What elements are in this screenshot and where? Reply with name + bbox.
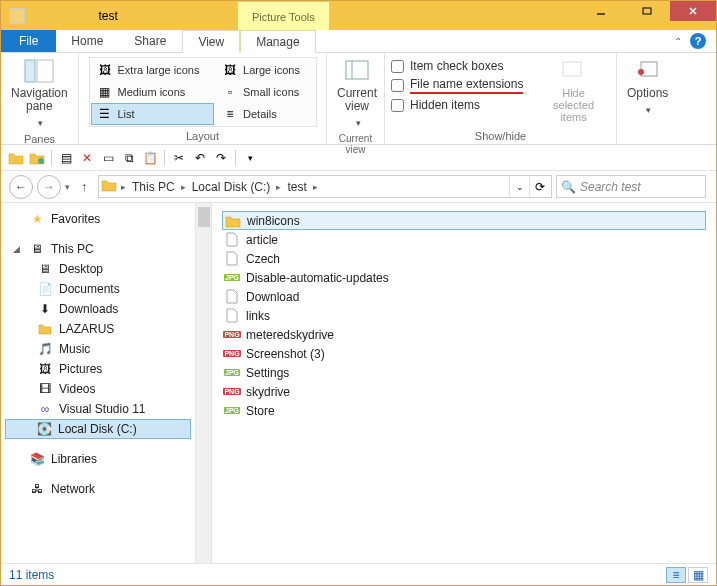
refresh-icon[interactable]: ⟳ <box>529 176 549 197</box>
qat-copy-icon[interactable]: ⧉ <box>120 149 138 167</box>
file-item[interactable]: PNGScreenshot (3) <box>222 344 706 363</box>
checkbox-item-checkboxes[interactable]: Item check boxes <box>391 59 537 73</box>
layout-list[interactable]: ☰List <box>91 103 215 125</box>
navigation-pane-icon <box>23 57 55 85</box>
qat-cut-icon[interactable]: ✂ <box>170 149 188 167</box>
context-tab-picture-tools[interactable]: Picture Tools <box>237 1 330 30</box>
file-name: links <box>246 309 270 323</box>
qat-properties-icon[interactable]: ▤ <box>57 149 75 167</box>
collapse-ribbon-icon[interactable]: ⌃ <box>674 36 682 47</box>
help-icon[interactable]: ? <box>690 33 706 49</box>
nav-lazarus[interactable]: LAZARUS <box>1 319 195 339</box>
file-type-icon <box>225 213 241 229</box>
ribbon: Navigation pane Panes 🖼Extra large icons… <box>1 53 716 145</box>
address-dropdown-icon[interactable]: ⌄ <box>509 176 529 197</box>
crumb-this-pc[interactable]: This PC <box>130 180 177 194</box>
file-type-icon: JPG <box>224 365 240 381</box>
file-type-icon: JPG <box>224 403 240 419</box>
crumb-test[interactable]: test <box>285 180 308 194</box>
back-button[interactable]: ← <box>9 175 33 199</box>
status-bar: 11 items ≡ ▦ <box>1 563 716 585</box>
crumb-local-disk-c[interactable]: Local Disk (C:) <box>190 180 273 194</box>
file-item[interactable]: links <box>222 306 706 325</box>
app-icon[interactable] <box>9 8 25 24</box>
nav-documents[interactable]: 📄Documents <box>1 279 195 299</box>
view-details-icon[interactable]: ≡ <box>666 567 686 583</box>
file-item[interactable]: JPGSettings <box>222 363 706 382</box>
file-list[interactable]: win8iconsarticleCzechJPGDisable-automati… <box>212 203 716 563</box>
nav-videos[interactable]: 🎞Videos <box>1 379 195 399</box>
layout-small[interactable]: ▫Small icons <box>216 81 314 103</box>
group-label-panes: Panes <box>7 131 72 147</box>
maximize-button[interactable] <box>624 1 670 21</box>
qat-open-icon[interactable] <box>28 149 46 167</box>
group-label-show-hide: Show/hide <box>391 128 610 144</box>
search-icon: 🔍 <box>561 180 576 194</box>
qat-undo-icon[interactable]: ↶ <box>191 149 209 167</box>
file-item[interactable]: Download <box>222 287 706 306</box>
address-bar[interactable]: ▸ This PC ▸ Local Disk (C:) ▸ test ▸ ⌄ ⟳ <box>98 175 552 198</box>
close-button[interactable] <box>670 1 716 21</box>
nav-desktop[interactable]: 🖥Desktop <box>1 259 195 279</box>
file-name: article <box>246 233 278 247</box>
minimize-button[interactable] <box>578 1 624 21</box>
tab-home[interactable]: Home <box>56 30 119 52</box>
folder-icon <box>101 178 117 195</box>
options-button[interactable]: Options <box>623 55 672 118</box>
forward-button[interactable]: → <box>37 175 61 199</box>
svg-rect-5 <box>37 60 53 82</box>
layout-details[interactable]: ≡Details <box>216 103 314 125</box>
file-item[interactable]: JPGStore <box>222 401 706 420</box>
navigation-pane-button[interactable]: Navigation pane <box>7 55 72 131</box>
file-item[interactable]: JPGDisable-automatic-updates <box>222 268 706 287</box>
file-name: meteredskydrive <box>246 328 334 342</box>
layout-medium[interactable]: ▦Medium icons <box>91 81 215 103</box>
file-type-icon: PNG <box>224 346 240 362</box>
file-type-icon: PNG <box>224 327 240 343</box>
svg-point-11 <box>38 158 44 164</box>
address-bar-row: ← → ▾ ↑ ▸ This PC ▸ Local Disk (C:) ▸ te… <box>1 171 716 203</box>
checkbox-file-name-extensions[interactable]: File name extensions <box>391 77 537 94</box>
file-item[interactable]: PNGmeteredskydrive <box>222 325 706 344</box>
nav-this-pc[interactable]: ◢🖥This PC <box>1 239 195 259</box>
nav-scrollbar[interactable] <box>196 203 212 563</box>
layout-large[interactable]: 🖼Large icons <box>216 59 314 81</box>
tab-share[interactable]: Share <box>119 30 182 52</box>
qat-rename-icon[interactable]: ▭ <box>99 149 117 167</box>
file-item[interactable]: article <box>222 230 706 249</box>
file-item[interactable]: win8icons <box>222 211 706 230</box>
tab-file[interactable]: File <box>1 30 56 52</box>
nav-favorites[interactable]: ★Favorites <box>1 209 195 229</box>
file-item[interactable]: PNGskydrive <box>222 382 706 401</box>
nav-libraries[interactable]: 📚Libraries <box>1 449 195 469</box>
nav-visual-studio[interactable]: ∞Visual Studio 11 <box>1 399 195 419</box>
qat-dropdown-icon[interactable]: ▾ <box>241 149 259 167</box>
nav-network[interactable]: 🖧Network <box>1 479 195 499</box>
tab-manage[interactable]: Manage <box>240 30 315 53</box>
file-type-icon <box>224 232 240 248</box>
nav-local-disk-c[interactable]: 💽Local Disk (C:) <box>5 419 191 439</box>
file-item[interactable]: Czech <box>222 249 706 268</box>
file-type-icon <box>224 308 240 324</box>
recent-dropdown-icon[interactable]: ▾ <box>65 182 70 192</box>
nav-music[interactable]: 🎵Music <box>1 339 195 359</box>
layout-gallery[interactable]: 🖼Extra large icons 🖼Large icons ▦Medium … <box>89 57 317 127</box>
hide-selected-items-button[interactable]: Hide selected items <box>537 55 610 125</box>
qat-delete-icon[interactable]: ✕ <box>78 149 96 167</box>
qat-paste-icon[interactable]: 📋 <box>141 149 159 167</box>
tab-view[interactable]: View <box>182 30 240 53</box>
qat-redo-icon[interactable]: ↷ <box>212 149 230 167</box>
checkbox-hidden-items[interactable]: Hidden items <box>391 98 537 112</box>
current-view-button[interactable]: Current view <box>333 55 381 131</box>
nav-pictures[interactable]: 🖼Pictures <box>1 359 195 379</box>
up-button[interactable]: ↑ <box>74 175 94 199</box>
nav-downloads[interactable]: ⬇Downloads <box>1 299 195 319</box>
layout-extra-large[interactable]: 🖼Extra large icons <box>91 59 215 81</box>
svg-rect-1 <box>643 8 651 14</box>
file-type-icon: PNG <box>224 384 240 400</box>
file-name: Disable-automatic-updates <box>246 271 389 285</box>
view-thumbnails-icon[interactable]: ▦ <box>688 567 708 583</box>
qat-new-folder-icon[interactable] <box>7 149 25 167</box>
search-input[interactable]: 🔍 Search test <box>556 175 706 198</box>
svg-rect-6 <box>346 61 368 79</box>
